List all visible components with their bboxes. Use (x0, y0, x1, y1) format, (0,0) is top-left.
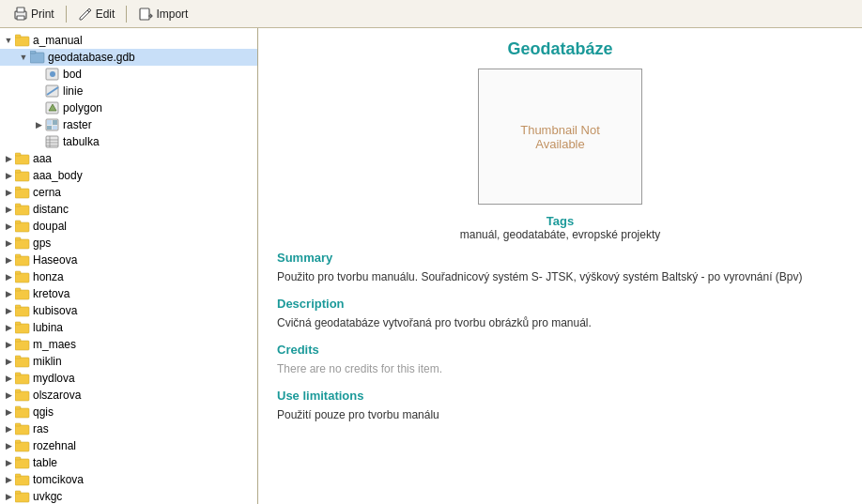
tree-item-label-m_maes: m_maes (33, 338, 76, 351)
svg-rect-42 (15, 288, 21, 291)
use-limitations-label: Use limitations (277, 389, 843, 403)
tree-item-kretova[interactable]: ▶ kretova (0, 285, 257, 302)
tree-item-label-gdb: geodatabase.gdb (48, 51, 135, 64)
tags-section: Tags manuál, geodatabáte, evropské proje… (277, 214, 843, 241)
tree-item-honza[interactable]: ▶ honza (0, 268, 257, 285)
tree-item-miklin[interactable]: ▶ miklin (0, 353, 257, 370)
tree-item-label-gps: gps (33, 237, 51, 250)
folder-icon-mydlova (15, 371, 30, 386)
edit-button[interactable]: Edit (72, 5, 121, 23)
svg-rect-8 (30, 51, 36, 53)
folder-icon-miklin (15, 354, 30, 369)
tree-item-doupal[interactable]: ▶ doupal (0, 218, 257, 235)
svg-rect-5 (15, 37, 29, 46)
expand-icon-uvkgc: ▶ (2, 490, 15, 503)
tree-item-m_maes[interactable]: ▶ m_maes (0, 336, 257, 353)
expand-icon-table: ▶ (2, 456, 15, 469)
svg-rect-63 (15, 476, 29, 485)
import-icon (138, 7, 153, 22)
svg-rect-27 (15, 172, 29, 181)
tree-item-label-ras: ras (33, 422, 49, 435)
tree-item-uvkgc[interactable]: ▶ uvkgc (0, 488, 257, 504)
expand-icon-polygon (32, 101, 45, 115)
print-button[interactable]: Print (8, 5, 60, 23)
description-section: Description Cvičná geodatabáze vytvořaná… (277, 297, 843, 331)
expand-icon-aaa_body: ▶ (2, 169, 15, 182)
tree-item-rozehnal[interactable]: ▶ rozehnal (0, 437, 257, 454)
tree-item-label-cerna: cerna (33, 186, 61, 199)
tree-item-aaa[interactable]: ▶ aaa (0, 150, 257, 167)
description-text: Cvičná geodatabáze vytvořaná pro tvorbu … (277, 314, 843, 331)
summary-section: Summary Použito pro tvorbu manuálu. Souř… (277, 251, 843, 285)
svg-rect-40 (15, 271, 21, 274)
svg-rect-54 (15, 389, 21, 392)
svg-rect-62 (15, 457, 21, 460)
tree-item-raster[interactable]: ▶ raster (0, 116, 257, 133)
svg-rect-56 (15, 406, 21, 409)
expand-icon-bod (32, 68, 45, 81)
expand-icon-m_maes: ▶ (2, 338, 15, 351)
svg-rect-48 (15, 339, 21, 342)
expand-icon-olszarova: ▶ (2, 389, 15, 402)
tree-item-tomcikova[interactable]: ▶ tomcikova (0, 471, 257, 488)
credits-label: Credits (277, 343, 843, 357)
svg-rect-32 (15, 204, 21, 206)
right-panel: Geodatabáze Thumbnail Not Available Tags… (258, 28, 862, 504)
tree-item-geodatabase_gdb[interactable]: ▼ geodatabase.gdb (0, 49, 257, 66)
tree-item-tabulka[interactable]: tabulka (0, 133, 257, 150)
tree-item-label-linie: linie (63, 84, 83, 98)
tree-item-kubisova[interactable]: ▶ kubisova (0, 302, 257, 319)
svg-rect-66 (15, 491, 21, 494)
svg-rect-55 (15, 408, 29, 418)
table-icon-tabulka (45, 134, 60, 149)
credits-section: Credits There are no credits for this it… (277, 343, 843, 377)
tree-item-gps[interactable]: ▶ gps (0, 235, 257, 252)
folder-icon-distanc (15, 202, 30, 217)
feature-icon-bod (45, 67, 60, 82)
tree-item-bod[interactable]: bod (0, 66, 257, 83)
expand-icon-raster: ▶ (32, 118, 45, 131)
expand-icon-ras: ▶ (2, 422, 15, 435)
tree-item-linie[interactable]: linie (0, 83, 257, 99)
svg-rect-35 (15, 239, 29, 249)
tags-value: manuál, geodatabáte, evropské projekty (277, 228, 843, 241)
tree-item-a_manual[interactable]: ▼ a_manual (0, 32, 257, 49)
tree-item-label-aaa: aaa (33, 152, 52, 165)
expand-icon-cerna: ▶ (2, 186, 15, 199)
svg-rect-58 (15, 423, 21, 426)
tree-item-label-raster: raster (63, 118, 92, 131)
svg-rect-47 (15, 341, 29, 350)
svg-rect-41 (15, 290, 29, 299)
tree-item-ras[interactable]: ▶ ras (0, 420, 257, 437)
tree-item-aaa_body[interactable]: ▶ aaa_body (0, 167, 257, 184)
tree-item-olszarova[interactable]: ▶ olszarova (0, 387, 257, 404)
expand-icon-lubina: ▶ (2, 321, 15, 334)
print-label: Print (31, 8, 54, 21)
gdb-icon (30, 50, 45, 65)
tree-item-mydlova[interactable]: ▶ mydlova (0, 370, 257, 387)
tree-item-label-bod: bod (63, 68, 82, 81)
thumbnail-container: Thumbnail Not Available (277, 69, 843, 205)
svg-rect-16 (47, 120, 52, 125)
tree-item-lubina[interactable]: ▶ lubina (0, 319, 257, 336)
tree-item-qgis[interactable]: ▶ qgis (0, 404, 257, 420)
tree-item-label-Haseova: Haseova (33, 253, 77, 267)
svg-rect-52 (15, 373, 21, 375)
svg-rect-57 (15, 425, 29, 435)
svg-rect-60 (15, 440, 21, 443)
svg-rect-28 (15, 170, 21, 173)
tree-item-Haseova[interactable]: ▶ Haseova (0, 252, 257, 268)
svg-rect-37 (15, 256, 29, 266)
feature-icon-linie (45, 84, 60, 99)
svg-rect-6 (15, 35, 21, 38)
edit-icon (78, 7, 93, 22)
expand-icon-a_manual: ▼ (2, 34, 15, 47)
folder-icon-uvkgc (15, 489, 30, 504)
svg-rect-19 (53, 126, 57, 130)
tree-item-distanc[interactable]: ▶ distanc (0, 201, 257, 218)
import-button[interactable]: Import (132, 5, 193, 23)
folder-icon-Haseova (15, 252, 30, 267)
tree-item-polygon[interactable]: polygon (0, 99, 257, 116)
tree-item-table[interactable]: ▶ table (0, 454, 257, 471)
tree-item-cerna[interactable]: ▶ cerna (0, 184, 257, 201)
